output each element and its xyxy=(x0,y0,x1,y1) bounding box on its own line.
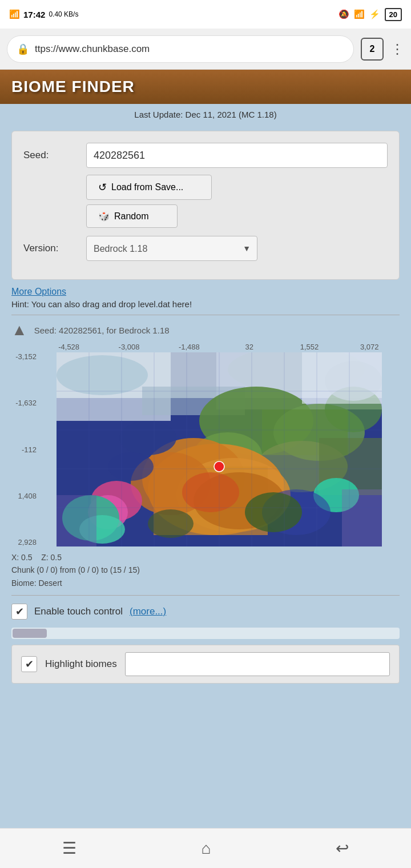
charging-icon: ⚡ xyxy=(369,9,380,19)
last-update-text: Last Update: Dec 11, 2021 (MC 1.18) xyxy=(0,104,411,125)
nav-menu-icon[interactable]: ☰ xyxy=(62,839,76,858)
map-image-area[interactable] xyxy=(39,352,400,546)
y-label-2: -112 xyxy=(11,445,37,454)
svg-point-20 xyxy=(182,472,239,512)
wifi-icon: 📶 xyxy=(354,9,365,19)
random-button-label: Random xyxy=(114,211,148,222)
scroll-bar[interactable] xyxy=(11,628,400,639)
version-row: Version: Bedrock 1.18 Java 1.18 Bedrock … xyxy=(23,236,388,261)
signal-icon: 📶 xyxy=(9,9,20,19)
highlight-biomes-checkbox[interactable]: ✔ xyxy=(21,656,37,672)
svg-point-48 xyxy=(214,461,224,472)
nav-home-icon[interactable]: ⌂ xyxy=(202,839,211,858)
x-label-2: -1,488 xyxy=(159,343,219,351)
hint-text: Hint: You can also drag and drop level.d… xyxy=(11,299,400,309)
map-x-labels: -4,528 -3,008 -1,488 32 1,552 3,072 xyxy=(39,343,400,351)
coord-z: Z: 0.5 xyxy=(41,553,62,562)
data-speed: 0.40 KB/s xyxy=(49,10,78,18)
map-info: X: 0.5 Z: 0.5 Chunk (0 / 0) from (0 / 0)… xyxy=(11,551,400,589)
reload-icon: ↺ xyxy=(98,181,107,194)
map-seed-info: Seed: 420282561, for Bedrock 1.18 xyxy=(34,326,170,335)
touch-control-label: Enable touch control xyxy=(34,606,123,617)
touch-control-row: ✔ Enable touch control (more...) xyxy=(11,604,400,620)
divider-1 xyxy=(11,315,400,315)
url-bar[interactable]: 🔒 ttps://www.chunkbase.com xyxy=(7,35,354,63)
scroll-thumb[interactable] xyxy=(13,629,47,638)
time-display: 17:42 xyxy=(23,10,45,19)
biome-info: Biome: Desert xyxy=(11,578,62,588)
load-button-label: Load from Save... xyxy=(111,182,183,192)
biome-map-svg[interactable] xyxy=(39,352,400,546)
load-from-save-button[interactable]: ↺ Load from Save... xyxy=(86,175,212,200)
browser-menu-icon[interactable]: ⋮ xyxy=(390,41,404,57)
map-container[interactable]: -4,528 -3,008 -1,488 32 1,552 3,072 -3,1… xyxy=(11,343,400,546)
battery-indicator: 20 xyxy=(385,8,402,21)
status-bar: 📶 17:42 0.40 KB/s 🔕 📶 ⚡ 20 xyxy=(0,0,411,29)
map-y-labels: -3,152 -1,632 -112 1,408 2,928 xyxy=(11,352,39,546)
more-options-link[interactable]: More Options xyxy=(11,287,400,297)
notification-icon: 🔕 xyxy=(339,9,349,19)
version-label: Version: xyxy=(23,243,86,254)
svg-point-29 xyxy=(245,492,302,532)
seed-row: Seed: xyxy=(23,143,388,168)
touch-control-checkbox[interactable]: ✔ xyxy=(11,604,27,620)
coord-x: X: 0.5 xyxy=(11,553,33,562)
x-label-4: 1,552 xyxy=(279,343,339,351)
version-select[interactable]: Bedrock 1.18 Java 1.18 Bedrock 1.17 xyxy=(86,236,257,261)
map-with-y-labels: -3,152 -1,632 -112 1,408 2,928 xyxy=(11,352,400,546)
version-select-wrapper: Bedrock 1.18 Java 1.18 Bedrock 1.17 xyxy=(86,236,257,261)
highlight-biomes-input[interactable] xyxy=(125,652,390,676)
x-label-5: 3,072 xyxy=(340,343,400,351)
random-button[interactable]: 🎲 Random xyxy=(86,204,178,228)
y-label-0: -3,152 xyxy=(11,352,37,361)
url-text: ttps://www.chunkbase.com xyxy=(35,43,150,55)
checkmark-icon: ✔ xyxy=(15,605,24,618)
nav-back-icon[interactable]: ↩ xyxy=(336,839,349,858)
svg-rect-34 xyxy=(342,489,382,546)
x-label-1: -3,008 xyxy=(99,343,159,351)
compass-icon: ▲ xyxy=(11,321,27,339)
lock-icon: 🔒 xyxy=(17,43,29,55)
svg-rect-33 xyxy=(57,495,96,546)
highlight-checkmark-icon: ✔ xyxy=(25,658,34,670)
seed-input[interactable] xyxy=(86,143,388,168)
highlight-biomes-row: ✔ Highlight biomes xyxy=(11,645,400,684)
svg-point-26 xyxy=(119,421,176,455)
page-title: BIOME FINDER xyxy=(11,78,135,96)
x-label-3: 32 xyxy=(219,343,279,351)
header-banner: BIOME FINDER xyxy=(0,70,411,104)
map-header: ▲ Seed: 420282561, for Bedrock 1.18 xyxy=(11,321,400,339)
seed-buttons-area: ↺ Load from Save... 🎲 Random xyxy=(86,175,388,228)
touch-control-more-link[interactable]: (more...) xyxy=(130,606,166,617)
tab-count[interactable]: 2 xyxy=(361,38,384,61)
svg-point-32 xyxy=(325,361,382,401)
y-label-4: 2,928 xyxy=(11,538,37,546)
x-label-0: -4,528 xyxy=(39,343,99,351)
chunk-info: Chunk (0 / 0) from (0 / 0) to (15 / 15) xyxy=(11,565,140,574)
map-section: ▲ Seed: 420282561, for Bedrock 1.18 -4,5… xyxy=(11,321,400,589)
highlight-biomes-label: Highlight biomes xyxy=(45,658,117,670)
y-label-1: -1,632 xyxy=(11,399,37,407)
divider-2 xyxy=(11,595,400,596)
random-icon: 🎲 xyxy=(98,211,110,222)
browser-chrome: 🔒 ttps://www.chunkbase.com 2 ⋮ xyxy=(0,29,411,70)
svg-point-4 xyxy=(57,355,148,395)
seed-form-card: Seed: ↺ Load from Save... 🎲 Random Versi… xyxy=(11,131,400,280)
page-content: BIOME FINDER Last Update: Dec 11, 2021 (… xyxy=(0,70,411,868)
seed-label: Seed: xyxy=(23,150,86,161)
svg-point-28 xyxy=(108,452,154,481)
nav-bar: ☰ ⌂ ↩ xyxy=(0,828,411,868)
y-label-3: 1,408 xyxy=(11,492,37,500)
